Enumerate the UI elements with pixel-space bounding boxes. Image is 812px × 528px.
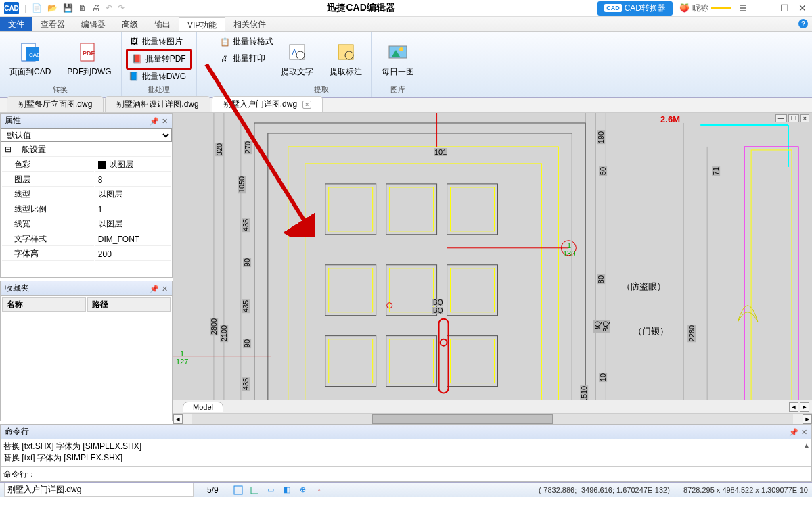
close-tab-icon[interactable]: × — [302, 101, 311, 109]
prop-val-color[interactable]: 以图层 — [95, 158, 171, 172]
svg-rect-29 — [451, 187, 495, 231]
menu-advanced[interactable]: 高级 — [114, 17, 146, 31]
undo-icon[interactable]: ↶ — [106, 3, 112, 13]
extract-text-button[interactable]: A 提取文字 — [275, 38, 319, 80]
ucs-icon[interactable] — [248, 484, 261, 496]
doc-tab-1[interactable]: 别墅餐厅立面图.dwg — [7, 96, 104, 112]
prop-val-textheight[interactable]: 200 — [95, 247, 171, 261]
pdf-to-dwg-button[interactable]: PDF PDF到DWG — [62, 38, 116, 80]
annot-lock: （门锁） — [633, 325, 669, 337]
user-nickname[interactable]: 🍑 昵称 — [679, 3, 731, 14]
toggle4-icon[interactable]: ◦ — [313, 484, 325, 496]
doc-tab-3[interactable]: 别墅入户门详图.dwg× — [212, 96, 323, 112]
dim-bq3: BQ — [593, 320, 602, 333]
scroll-right-icon[interactable]: ► — [803, 414, 812, 424]
menu-related[interactable]: 相关软件 — [225, 17, 274, 31]
panel-pin-icon[interactable]: 📌 — [150, 117, 159, 125]
batch-to-pdf-button[interactable]: 📕批量转PDF — [126, 49, 192, 70]
new-icon[interactable]: 📄 — [32, 3, 42, 13]
layout-next-icon[interactable]: ► — [800, 402, 809, 412]
dim-1510: 1510 — [580, 385, 588, 400]
horizontal-scrollbar[interactable]: ◄ ► — [173, 413, 812, 424]
batch-to-format-button[interactable]: 📋批量转格式 — [217, 34, 276, 49]
dim-71: 71 — [712, 166, 720, 176]
prop-val-ltscale[interactable]: 1 — [95, 203, 171, 216]
prop-val-textstyle[interactable]: DIM_FONT — [95, 233, 171, 246]
menu-vip[interactable]: VIP功能 — [179, 17, 225, 31]
prop-val-linetype[interactable]: 以图层 — [95, 188, 171, 201]
status-pages: 5/9 — [207, 485, 219, 495]
properties-panel: 属性📌✕ 默认值 ⊟ 一般设置 色彩以图层 图层8 线型以图层 线型比例1 线宽… — [0, 113, 173, 278]
panel-close-icon[interactable]: ✕ — [162, 117, 168, 125]
extract-annotation-button[interactable]: 提取标注 — [324, 38, 367, 80]
scroll-left-icon[interactable]: ◄ — [173, 414, 183, 424]
print-icon[interactable]: 🖨 — [92, 3, 100, 13]
svg-rect-23 — [447, 265, 498, 316]
menu-editor[interactable]: 编辑器 — [73, 17, 114, 31]
menu-lines-icon[interactable] — [738, 3, 748, 13]
cmdlog-scroll-icon[interactable]: ▲ — [803, 441, 810, 450]
extract-annot-icon — [334, 41, 357, 64]
svg-rect-17 — [305, 164, 542, 400]
menu-file[interactable]: 文件 — [0, 17, 32, 31]
image-icon: 🖼 — [129, 36, 139, 47]
minimize-button[interactable]: — — [761, 3, 771, 14]
redo-icon[interactable]: ↷ — [118, 3, 125, 13]
status-dims: 8728.295 x 4984.522 x 1.309077E-10 — [683, 486, 808, 494]
dim-2-6m: 2.6M — [660, 114, 680, 124]
properties-combo[interactable]: 默认值 — [1, 128, 172, 142]
section-label: 一般设置 — [14, 145, 46, 154]
save-all-icon[interactable]: 🗎 — [78, 3, 87, 13]
svg-point-37 — [441, 339, 447, 346]
menu-viewer[interactable]: 查看器 — [32, 17, 73, 31]
maximize-button[interactable]: ☐ — [780, 3, 789, 14]
svg-rect-18 — [325, 184, 376, 235]
model-tab[interactable]: Model — [183, 402, 223, 412]
extract-annot-label: 提取标注 — [330, 66, 362, 78]
svg-rect-21 — [325, 265, 376, 316]
cmd-title: 命令行 — [5, 426, 29, 437]
avatar-emoji-icon: 🍑 — [679, 3, 690, 13]
toggle1-icon[interactable]: ▭ — [265, 484, 277, 496]
cad-converter-button[interactable]: CAD CAD转换器 — [597, 1, 673, 16]
properties-title: 属性 — [5, 115, 21, 126]
menu-output[interactable]: 输出 — [146, 17, 179, 31]
svg-rect-31 — [390, 268, 434, 312]
scroll-track[interactable] — [192, 414, 793, 424]
fav-pin-icon[interactable]: 📌 — [150, 285, 159, 293]
cmd-pin-icon[interactable]: 📌 — [789, 428, 798, 436]
command-input[interactable] — [36, 469, 809, 480]
cmd-close-icon[interactable]: ✕ — [801, 428, 807, 436]
scroll-thumb[interactable] — [372, 414, 552, 424]
fav-close-icon[interactable]: ✕ — [162, 285, 168, 293]
batch-to-dwg-button[interactable]: 📘批量转DWG — [126, 70, 189, 84]
open-icon[interactable]: 📂 — [47, 3, 58, 13]
save-icon[interactable]: 💾 — [63, 3, 73, 13]
batch-to-image-button[interactable]: 🖼批量转图片 — [126, 34, 185, 49]
fav-col-path[interactable]: 路径 — [87, 297, 171, 312]
batch-img-label: 批量转图片 — [142, 36, 183, 47]
toggle3-icon[interactable]: ⊕ — [297, 484, 309, 496]
prop-val-lineweight[interactable]: 以图层 — [95, 218, 171, 231]
fav-col-name[interactable]: 名称 — [2, 297, 86, 312]
toggle2-icon[interactable]: ◧ — [281, 484, 293, 496]
layout-prev-icon[interactable]: ◄ — [789, 402, 798, 412]
snap-icon[interactable] — [232, 484, 244, 496]
drawing-canvas[interactable]: — ❐ × — [173, 113, 812, 400]
status-coords: (-7832.886; -3496.616; 1.670247E-132) — [539, 486, 670, 494]
format-icon: 📋 — [219, 37, 230, 47]
close-button[interactable]: ✕ — [798, 3, 807, 14]
page-to-cad-button[interactable]: CAD 页面到CAD — [4, 38, 56, 80]
svg-rect-26 — [447, 336, 498, 387]
command-line: 命令行： — [1, 466, 811, 481]
menu-bar: 文件 查看器 编辑器 高级 输出 VIP功能 相关软件 ? — [0, 17, 812, 32]
svg-text:CAD: CAD — [29, 52, 41, 58]
doc-tab-2[interactable]: 别墅酒柜设计详图.dwg — [105, 96, 210, 112]
help-icon[interactable]: ? — [798, 19, 808, 28]
daily-image-button[interactable]: 每日一图 — [376, 38, 420, 80]
prop-val-layer[interactable]: 8 — [95, 173, 171, 187]
svg-rect-15 — [268, 133, 572, 400]
favorites-title: 收藏夹 — [5, 283, 29, 294]
svg-rect-55 — [234, 486, 242, 494]
batch-print-button[interactable]: 🖨批量打印 — [217, 51, 268, 66]
